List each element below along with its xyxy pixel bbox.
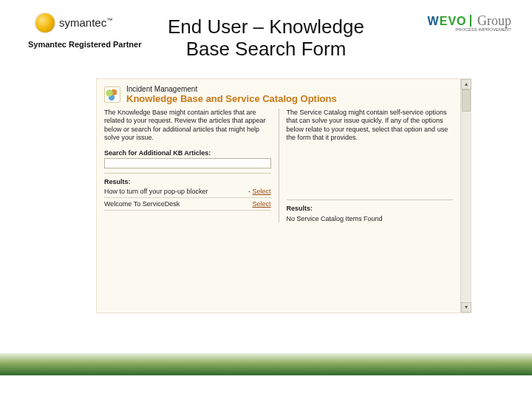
header: symantec™ Symantec Registered Partner WE… [0, 6, 532, 64]
breadcrumb: Incident Management [126, 85, 337, 93]
scroll-down-button[interactable]: ▾ [461, 302, 471, 313]
kb-result-row: Welcome To ServiceDesk Select [104, 198, 271, 210]
service-catalog-column: The Service Catalog might contain self-s… [287, 109, 454, 222]
vertical-scrollbar[interactable]: ▴ ▾ [460, 79, 471, 313]
kb-search-input[interactable] [104, 158, 271, 168]
scroll-up-button[interactable]: ▴ [461, 79, 471, 89]
wevo-rest: EVO [440, 15, 467, 27]
kb-select-link[interactable]: Select [252, 188, 270, 195]
sc-results-label: Results: [287, 205, 454, 212]
kb-results-label: Results: [104, 178, 271, 185]
registered-partner-label: Symantec Registered Partner [28, 40, 141, 49]
kb-result-row: How to turn off your pop-up blocker - Se… [104, 185, 271, 197]
two-column-body: The Knowledge Base might contain article… [97, 104, 460, 222]
screenshot-header: Incident Management Knowledge Base and S… [97, 79, 460, 104]
title-line1: End User – Knowledge [168, 16, 364, 38]
footer-gradient-bar [0, 353, 532, 375]
kb-screenshot-inner: Incident Management Knowledge Base and S… [97, 79, 460, 313]
slide-title: End User – Knowledge Base Search Form [148, 16, 384, 61]
sc-results-block: Results: No Service Catalog Items Found [287, 200, 454, 222]
sc-empty-message: No Service Catalog Items Found [287, 212, 454, 222]
sc-description: The Service Catalog might contain self-s… [287, 109, 454, 142]
symantec-logo-block: symantec™ [35, 13, 112, 33]
wevo-group: Group [474, 13, 512, 28]
scroll-track[interactable] [461, 89, 471, 302]
wevo-logo-block: WEVO Group PROCESS IMPROVEMENT [428, 13, 511, 32]
kb-description: The Knowledge Base might contain article… [104, 109, 271, 142]
screenshot-header-labels: Incident Management Knowledge Base and S… [126, 85, 337, 104]
divider [104, 173, 271, 174]
slide: symantec™ Symantec Registered Partner WE… [0, 0, 532, 399]
divider [287, 200, 454, 200]
kb-screenshot: Incident Management Knowledge Base and S… [96, 78, 471, 313]
symantec-wordmark: symantec™ [59, 16, 112, 30]
wevo-w: W [428, 15, 440, 27]
kb-select-link[interactable]: Select [252, 200, 270, 208]
symantec-logo-icon [35, 13, 55, 33]
tm-symbol: ™ [106, 17, 112, 24]
title-line2: Base Search Form [186, 38, 347, 60]
kb-result-title: Welcome To ServiceDesk [104, 200, 180, 208]
incident-management-icon [104, 86, 120, 103]
symantec-name: symantec [59, 16, 106, 29]
scroll-thumb[interactable] [462, 89, 471, 112]
section-heading: Knowledge Base and Service Catalog Optio… [126, 93, 337, 104]
kb-search-label: Search for Additional KB Articles: [104, 149, 271, 157]
wevo-tagline: PROCESS IMPROVEMENT [428, 27, 511, 32]
wevo-divider-icon [470, 15, 471, 27]
row-divider [104, 210, 271, 211]
kb-result-title: How to turn off your pop-up blocker [104, 188, 208, 195]
kb-column: The Knowledge Base might contain article… [104, 109, 279, 222]
